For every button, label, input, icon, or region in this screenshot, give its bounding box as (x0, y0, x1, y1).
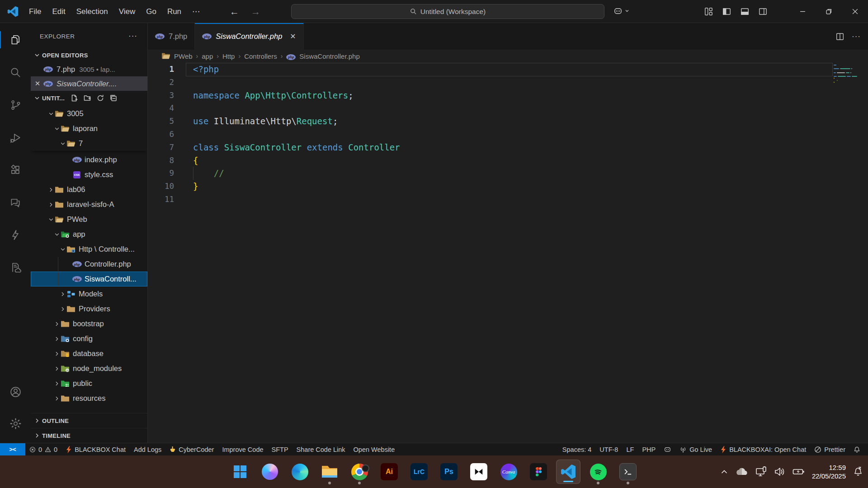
status-problems[interactable]: 00 (25, 443, 61, 455)
tree-item-app[interactable]: app (31, 227, 147, 242)
run-debug-icon[interactable] (0, 127, 31, 148)
tray-volume-icon[interactable] (774, 467, 786, 477)
tab-siswacontroller-php[interactable]: phpSiswaController.php✕ (195, 23, 303, 50)
copilot-menu-button[interactable] (613, 6, 629, 16)
taskbar-app-file-explorer[interactable] (321, 457, 339, 486)
explorer-icon[interactable] (0, 29, 31, 51)
status-indentation[interactable]: Spaces: 4 (558, 443, 596, 455)
taskbar-app-capcut[interactable] (470, 457, 488, 486)
extensions-icon[interactable] (0, 159, 31, 181)
menu-item-view[interactable]: View (113, 5, 141, 19)
report-cloud-icon[interactable] (0, 257, 31, 278)
taskbar-app-start[interactable] (231, 457, 249, 486)
remote-indicator[interactable]: >< (0, 443, 25, 455)
refresh-icon[interactable] (97, 94, 104, 102)
code-line-8[interactable]: 8{ (148, 154, 868, 167)
toggle-panel-icon[interactable] (741, 7, 749, 16)
taskbar-app-copilot[interactable] (261, 457, 279, 486)
code-line-9[interactable]: 9 // (148, 167, 868, 180)
menu-item-[interactable]: ⋯ (187, 4, 205, 19)
command-center-search[interactable]: Untitled (Workspace) (291, 4, 604, 19)
tree-item-http-controlle-[interactable]: Http \ Controlle... (31, 242, 147, 257)
taskbar-app-canva[interactable]: Canva (500, 457, 518, 486)
status-add-logs[interactable]: Add Logs (130, 443, 165, 455)
tree-item-models[interactable]: Models (31, 286, 147, 301)
search-icon[interactable] (0, 61, 31, 83)
customize-layout-icon[interactable] (704, 7, 713, 16)
status-notifications[interactable] (849, 443, 864, 455)
tree-item-pweb[interactable]: PWeb (31, 212, 147, 227)
code-line-10[interactable]: 10} (148, 180, 868, 193)
tree-item-bootstrap[interactable]: bootstrap (31, 316, 147, 331)
explorer-more-actions-icon[interactable]: ··· (128, 32, 137, 41)
tree-item-config[interactable]: config (31, 331, 147, 346)
close-button[interactable] (842, 0, 868, 23)
menu-item-selection[interactable]: Selection (71, 5, 113, 19)
taskbar-app-lightroom[interactable]: LrC (410, 457, 428, 486)
tray-display-icon[interactable] (755, 466, 767, 477)
status-eol[interactable]: LF (622, 443, 638, 455)
tree-item-lab06[interactable]: lab06 (31, 182, 147, 197)
editor-more-actions-icon[interactable]: ··· (852, 32, 861, 41)
source-control-icon[interactable] (0, 94, 31, 116)
breadcrumb-item[interactable]: Controllers (244, 52, 277, 60)
tree-item-laravel-sisfo-a[interactable]: laravel-sisfo-A (31, 197, 147, 212)
breadcrumb-item[interactable]: app (202, 52, 213, 60)
tray-onedrive-icon[interactable] (735, 467, 749, 476)
status-cybercoder[interactable]: CyberCoder (165, 443, 218, 455)
status-share-code-link[interactable]: Share Code Link (292, 443, 349, 455)
menu-item-edit[interactable]: Edit (47, 5, 71, 19)
menu-item-go[interactable]: Go (141, 5, 162, 19)
taskbar-app-figma[interactable] (529, 457, 547, 486)
code-line-11[interactable]: 11 (148, 193, 868, 206)
status-blackboxai-chat[interactable]: BLACKBOXAI: Open Chat (716, 443, 810, 455)
lightning-icon[interactable] (0, 224, 31, 246)
status-language[interactable]: PHP (638, 443, 660, 455)
close-tab-icon[interactable]: ✕ (290, 32, 296, 41)
taskbar-app-terminal[interactable] (619, 457, 637, 486)
code-line-1[interactable]: 1<?php (148, 63, 868, 76)
breadcrumb[interactable]: PWeb›app›Http›Controllers›phpSiswaContro… (148, 50, 868, 62)
tree-item-node-modules[interactable]: JSnode_modules (31, 361, 147, 376)
status-encoding[interactable]: UTF-8 (595, 443, 622, 455)
history-forward-button[interactable]: → (251, 6, 260, 17)
account-icon[interactable] (0, 381, 31, 403)
new-folder-icon[interactable] (84, 94, 91, 102)
taskbar-app-photoshop[interactable]: Ps (440, 457, 458, 486)
code-line-4[interactable]: 4 (148, 102, 868, 115)
toggle-secondary-sidebar-icon[interactable] (759, 7, 767, 16)
status-go-live[interactable]: Go Live (675, 443, 716, 455)
tray-chevron-up-icon[interactable] (720, 468, 728, 476)
code-editor[interactable]: 1<?php23namespace App\Http\Controllers;4… (148, 62, 868, 443)
taskbar-app-vscode[interactable] (556, 460, 580, 484)
tree-item-7[interactable]: 7 (31, 136, 147, 151)
code-line-7[interactable]: 7class SiswaController extends Controlle… (148, 141, 868, 154)
workspace-section-header[interactable]: UNTIT... (31, 91, 147, 105)
tree-item-laporan[interactable]: laporan (31, 121, 147, 136)
outline-section-header[interactable]: OUTLINE (31, 413, 147, 428)
tree-item-controller-php[interactable]: phpController.php (31, 257, 147, 272)
split-editor-icon[interactable] (836, 33, 844, 41)
status-blackbox-chat[interactable]: BLACKBOX Chat (61, 443, 130, 455)
status-sftp[interactable]: SFTP (268, 443, 292, 455)
code-line-3[interactable]: 3namespace App\Http\Controllers; (148, 89, 868, 102)
tree-item-providers[interactable]: Providers (31, 301, 147, 316)
toggle-primary-sidebar-icon[interactable] (722, 7, 731, 16)
settings-icon[interactable] (0, 413, 31, 434)
tree-item-resources[interactable]: resources (31, 391, 147, 406)
tree-item-public[interactable]: public (31, 376, 147, 391)
history-back-button[interactable]: ← (230, 6, 239, 17)
code-line-2[interactable]: 2 (148, 76, 868, 89)
timeline-section-header[interactable]: TIMELINE (31, 428, 147, 443)
tray-clock[interactable]: 12:5922/05/2025 (812, 463, 846, 480)
close-editor-icon[interactable]: ✕ (33, 80, 42, 88)
code-line-6[interactable]: 6 (148, 128, 868, 141)
taskbar-app-illustrator[interactable]: Ai (380, 457, 398, 486)
tree-item-siswacontroll-[interactable]: phpSiswaControll... (31, 272, 147, 286)
status-improve-code[interactable]: Improve Code (218, 443, 267, 455)
tree-item-style-css[interactable]: cssstyle.css (31, 167, 147, 182)
taskbar-app-spotify[interactable] (589, 457, 607, 486)
open-editor-item[interactable]: ✕phpSiswaController.... (31, 76, 147, 91)
collapse-all-icon[interactable] (110, 94, 117, 102)
new-file-icon[interactable] (71, 94, 78, 102)
